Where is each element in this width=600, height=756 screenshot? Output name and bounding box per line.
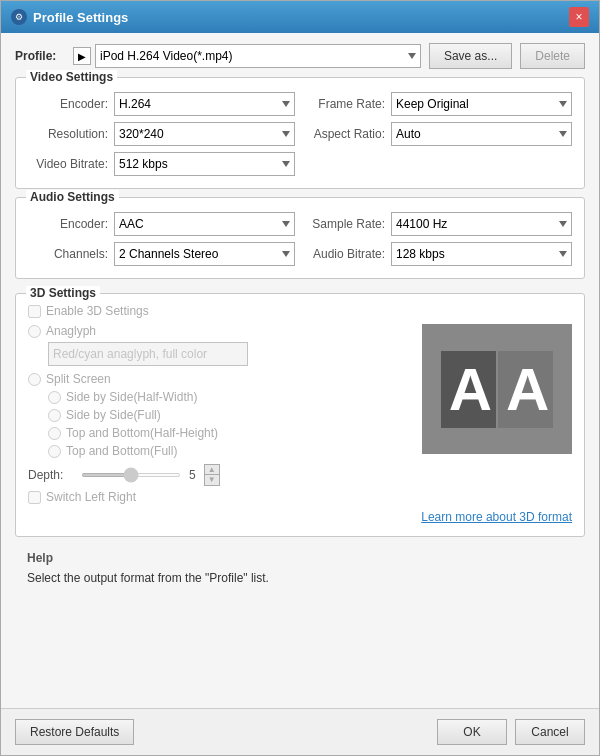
- title-bar-left: ⚙ Profile Settings: [11, 9, 128, 25]
- switch-left-right-checkbox[interactable]: [28, 491, 41, 504]
- enable-3d-checkbox[interactable]: [28, 305, 41, 318]
- depth-decrement-btn[interactable]: ▼: [205, 475, 219, 485]
- video-settings-grid: Encoder: H.264 Resolution: 320*240 Video…: [28, 92, 572, 176]
- restore-defaults-button[interactable]: Restore Defaults: [15, 719, 134, 745]
- 3d-preview-box: A A: [422, 324, 572, 454]
- audio-settings-title: Audio Settings: [26, 190, 119, 204]
- delete-button[interactable]: Delete: [520, 43, 585, 69]
- main-content: Profile: ▶ iPod H.264 Video(*.mp4) Save …: [1, 33, 599, 708]
- help-text: Select the output format from the "Profi…: [27, 569, 573, 587]
- channels-select[interactable]: 2 Channels Stereo: [114, 242, 295, 266]
- top-bottom-full-radio[interactable]: [48, 445, 61, 458]
- side-by-side-full-row: Side by Side(Full): [48, 408, 412, 422]
- depth-increment-btn[interactable]: ▲: [205, 465, 219, 475]
- top-bottom-half-row: Top and Bottom(Half-Height): [48, 426, 412, 440]
- anaglyph-radio[interactable]: [28, 325, 41, 338]
- sample-rate-select[interactable]: 44100 Hz: [391, 212, 572, 236]
- side-by-side-half-radio[interactable]: [48, 391, 61, 404]
- side-by-side-half-label: Side by Side(Half-Width): [66, 390, 197, 404]
- preview-letter-a1: A: [441, 351, 496, 428]
- top-bottom-full-row: Top and Bottom(Full): [48, 444, 412, 458]
- channels-label: Channels:: [28, 247, 108, 261]
- video-bitrate-label: Video Bitrate:: [28, 157, 108, 171]
- audio-encoder-row: Encoder: AAC: [28, 212, 295, 236]
- enable-3d-row: Enable 3D Settings: [28, 304, 572, 318]
- frame-rate-select[interactable]: Keep Original: [391, 92, 572, 116]
- video-bitrate-row: Video Bitrate: 512 kbps: [28, 152, 295, 176]
- video-right-col: Frame Rate: Keep Original Aspect Ratio: …: [305, 92, 572, 176]
- footer: Restore Defaults OK Cancel: [1, 708, 599, 755]
- encoder-select[interactable]: H.264: [114, 92, 295, 116]
- anaglyph-select-row: Red/cyan anaglyph, full color: [48, 342, 412, 366]
- anaglyph-row: Anaglyph: [28, 324, 412, 338]
- aspect-ratio-select[interactable]: Auto: [391, 122, 572, 146]
- profile-select-wrap: ▶ iPod H.264 Video(*.mp4): [73, 44, 421, 68]
- depth-row: Depth: 5 ▲ ▼: [28, 464, 412, 486]
- options-col: Anaglyph Red/cyan anaglyph, full color S…: [28, 324, 412, 504]
- learn-more-row: Learn more about 3D format: [28, 510, 572, 524]
- audio-bitrate-label: Audio Bitrate:: [305, 247, 385, 261]
- resolution-select[interactable]: 320*240: [114, 122, 295, 146]
- app-icon: ⚙: [11, 9, 27, 25]
- dialog-title: Profile Settings: [33, 10, 128, 25]
- anaglyph-label: Anaglyph: [46, 324, 96, 338]
- split-screen-label: Split Screen: [46, 372, 111, 386]
- audio-right-col: Sample Rate: 44100 Hz Audio Bitrate: 128…: [305, 212, 572, 266]
- title-bar: ⚙ Profile Settings ×: [1, 1, 599, 33]
- frame-rate-label: Frame Rate:: [305, 97, 385, 111]
- frame-rate-row: Frame Rate: Keep Original: [305, 92, 572, 116]
- video-settings-title: Video Settings: [26, 70, 117, 84]
- depth-spinner: ▲ ▼: [204, 464, 220, 486]
- resolution-label: Resolution:: [28, 127, 108, 141]
- switch-left-right-row: Switch Left Right: [28, 490, 412, 504]
- top-bottom-half-radio[interactable]: [48, 427, 61, 440]
- side-by-side-full-label: Side by Side(Full): [66, 408, 161, 422]
- settings-3d-section: 3D Settings Enable 3D Settings Anaglyph …: [15, 293, 585, 537]
- top-bottom-half-label: Top and Bottom(Half-Height): [66, 426, 218, 440]
- encoder-row: Encoder: H.264: [28, 92, 295, 116]
- cancel-button[interactable]: Cancel: [515, 719, 585, 745]
- help-section: Help Select the output format from the "…: [15, 545, 585, 595]
- save-as-button[interactable]: Save as...: [429, 43, 512, 69]
- audio-encoder-label: Encoder:: [28, 217, 108, 231]
- learn-more-link[interactable]: Learn more about 3D format: [421, 510, 572, 524]
- depth-slider[interactable]: [81, 473, 181, 477]
- enable-3d-label: Enable 3D Settings: [46, 304, 149, 318]
- profile-row: Profile: ▶ iPod H.264 Video(*.mp4) Save …: [15, 43, 585, 69]
- profile-label: Profile:: [15, 49, 65, 63]
- 3d-preview-aa: A A: [441, 351, 554, 428]
- close-button[interactable]: ×: [569, 7, 589, 27]
- profile-icon-btn[interactable]: ▶: [73, 47, 91, 65]
- channels-row: Channels: 2 Channels Stereo: [28, 242, 295, 266]
- audio-encoder-select[interactable]: AAC: [114, 212, 295, 236]
- depth-label: Depth:: [28, 468, 73, 482]
- split-screen-row: Split Screen: [28, 372, 412, 386]
- aspect-ratio-row: Aspect Ratio: Auto: [305, 122, 572, 146]
- video-bitrate-select[interactable]: 512 kbps: [114, 152, 295, 176]
- side-by-side-full-radio[interactable]: [48, 409, 61, 422]
- split-screen-radio[interactable]: [28, 373, 41, 386]
- ok-button[interactable]: OK: [437, 719, 507, 745]
- anaglyph-select[interactable]: Red/cyan anaglyph, full color: [48, 342, 248, 366]
- help-title: Help: [27, 551, 573, 565]
- switch-left-right-label: Switch Left Right: [46, 490, 136, 504]
- preview-letter-a2: A: [498, 351, 553, 428]
- encoder-label: Encoder:: [28, 97, 108, 111]
- side-by-side-half-row: Side by Side(Half-Width): [48, 390, 412, 404]
- sample-rate-label: Sample Rate:: [305, 217, 385, 231]
- aspect-ratio-label: Aspect Ratio:: [305, 127, 385, 141]
- audio-left-col: Encoder: AAC Channels: 2 Channels Stereo: [28, 212, 295, 266]
- sample-rate-row: Sample Rate: 44100 Hz: [305, 212, 572, 236]
- video-settings-section: Video Settings Encoder: H.264 Resolution…: [15, 77, 585, 189]
- audio-bitrate-row: Audio Bitrate: 128 kbps: [305, 242, 572, 266]
- profile-settings-dialog: ⚙ Profile Settings × Profile: ▶ iPod H.2…: [0, 0, 600, 756]
- audio-bitrate-select[interactable]: 128 kbps: [391, 242, 572, 266]
- footer-right: OK Cancel: [437, 719, 585, 745]
- video-left-col: Encoder: H.264 Resolution: 320*240 Video…: [28, 92, 295, 176]
- layout-3d: Anaglyph Red/cyan anaglyph, full color S…: [28, 324, 572, 504]
- profile-select[interactable]: iPod H.264 Video(*.mp4): [95, 44, 421, 68]
- settings-3d-title: 3D Settings: [26, 286, 100, 300]
- audio-settings-section: Audio Settings Encoder: AAC Channels: 2 …: [15, 197, 585, 279]
- audio-settings-grid: Encoder: AAC Channels: 2 Channels Stereo: [28, 212, 572, 266]
- depth-value: 5: [189, 468, 196, 482]
